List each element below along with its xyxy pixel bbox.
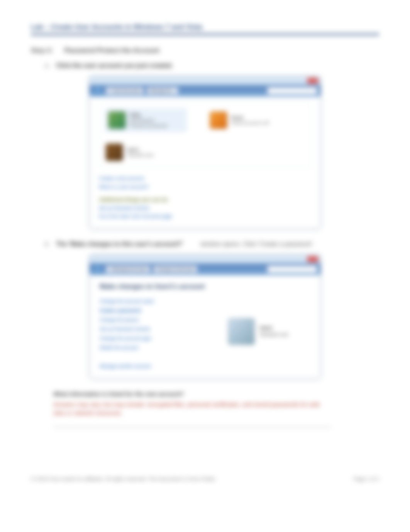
link[interactable]: Delete the account [100,343,205,352]
link[interactable]: Create a new account [99,175,311,183]
search-input[interactable] [267,87,317,94]
substep-letter: a. [45,62,50,69]
account-card[interactable]: Vicky Administrator Password protected [105,109,186,132]
page-number: Page 1 of 2 [354,476,380,482]
account-role: Standard user [127,152,154,158]
account-name: User1 [259,325,288,331]
window-change-account: « Manage Accounts Change an Account Make… [89,255,321,379]
account-status: Password protected [130,123,167,128]
account-name: User1 [127,147,154,152]
footer: © 2016 Cisco and/or its affiliates. All … [31,476,379,482]
back-icon[interactable] [93,86,103,96]
substep-a: a. Click the user account you just creat… [45,62,379,69]
substep-b: b. The 'Make changes to this user's acco… [45,241,379,248]
navbar: « User Accounts Manage Ac... [90,85,320,97]
accounts-grid: Vicky Administrator Password protected G… [99,102,311,168]
account-role: Guest account is off [231,120,269,126]
window-manage-accounts: « User Accounts Manage Ac... Vicky Admin… [89,76,321,229]
link[interactable]: What is a user account? [99,183,311,192]
question-text: What information is listed for the new a… [53,391,379,397]
link[interactable]: Manage another account [100,362,205,371]
back-icon[interactable] [93,264,103,274]
step-row: Step 3: Password Protect the Account [31,47,379,54]
substep-text: Click the user account you just created. [56,62,173,69]
breadcrumb[interactable]: « Manage Accounts [106,266,150,273]
link[interactable]: Change the account name [100,297,205,306]
breadcrumb[interactable]: Manage Ac... [147,87,178,94]
change-links: Change the account name Create a passwor… [100,297,205,371]
link-list: Create a new account What is a user acco… [99,175,311,221]
link[interactable]: Change the picture [100,315,205,325]
avatar [105,143,123,161]
question-block: What information is listed for the new a… [53,391,379,427]
account-type: Standard user [259,331,288,338]
link-create-password[interactable]: Create a password [100,306,205,315]
header-rule: Lab – Create User Accounts in Windows 7 … [31,23,379,35]
account-name: Guest [231,115,269,120]
titlebar [90,255,320,263]
account-card[interactable]: User1 Standard user [105,143,186,161]
lab-title: Lab – Create User Accounts in Windows 7 … [31,23,202,31]
copyright-text: © 2016 Cisco and/or its affiliates. All … [31,476,217,482]
titlebar [90,76,320,85]
account-name: Vicky [130,112,167,117]
breadcrumb[interactable]: « User Accounts [106,87,144,94]
breadcrumb[interactable]: Change an Account [153,266,197,273]
account-role: Administrator [130,117,167,123]
answer-text: Answers may vary, but may include: encry… [53,400,331,427]
side-card: User1 Standard user [228,292,288,371]
link-heading: Additional things you can do [99,195,311,204]
close-icon[interactable] [307,78,318,83]
search-input[interactable] [267,266,317,273]
window-content: Vicky Administrator Password protected G… [90,97,320,229]
substep-text-part: The 'Make changes to this user's account… [56,241,183,247]
card-lines: Vicky Administrator Password protected [130,112,167,129]
step-desc: Password Protect the Account [64,47,159,54]
card-lines: User1 Standard user [127,147,154,158]
window-content: Make changes to User1's account Change t… [90,275,320,379]
link[interactable]: Set up Parental Controls [99,204,311,213]
side-lines: User1 Standard user [259,325,288,338]
navbar: « Manage Accounts Change an Account [90,263,320,275]
substep-letter: b. [45,241,50,248]
link[interactable]: Change the account type [100,334,205,343]
left-panel: Make changes to User1's account Change t… [100,283,205,371]
link[interactable]: Set up Parental Controls [100,325,205,334]
substep-text: The 'Make changes to this user's account… [56,241,314,248]
panel-title: Make changes to User1's account [100,283,205,291]
substep-text-part: window opens. Click 'Create a password'. [200,241,314,247]
close-icon[interactable] [307,257,318,262]
link[interactable]: Go to the main User Accounts page [99,212,311,221]
account-card[interactable]: Guest Guest account is off [210,109,291,132]
avatar [108,111,126,129]
avatar [210,111,227,129]
avatar [228,318,255,345]
card-lines: Guest Guest account is off [231,115,269,126]
step-label: Step 3: [31,47,53,54]
